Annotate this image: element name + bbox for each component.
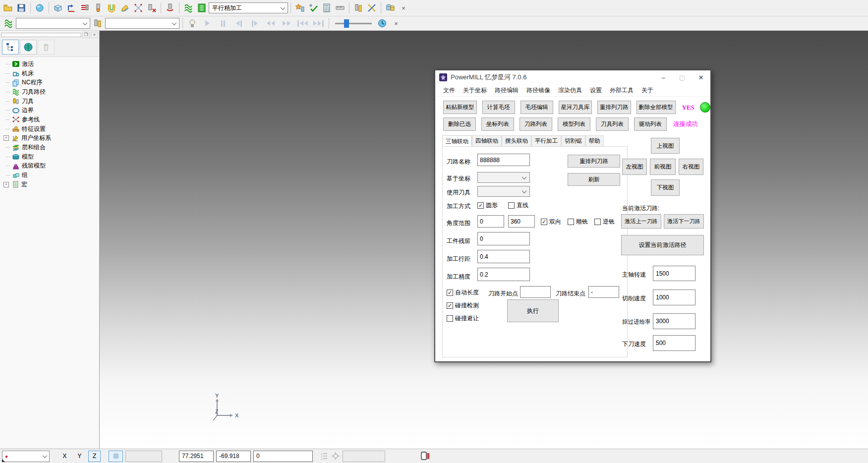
tree-item-toolpaths[interactable]: 刀具路径	[0, 87, 99, 97]
curve-editor-button[interactable]	[118, 1, 131, 14]
close-button[interactable]: ✕	[692, 70, 710, 84]
stock-allowance-input[interactable]	[477, 232, 530, 245]
slider-handle-icon[interactable]	[344, 19, 349, 28]
tree-item-macros[interactable]: +宏	[0, 180, 99, 189]
block-button[interactable]	[52, 1, 64, 14]
sim-toolpath-button[interactable]	[2, 17, 15, 30]
coord-list-button[interactable]: 坐标列表	[481, 117, 514, 131]
tolerance-input[interactable]	[477, 268, 530, 281]
delete-tool-button[interactable]	[145, 1, 158, 14]
start-point-input[interactable]	[520, 286, 551, 298]
conventional-mill-checkbox[interactable]: 逆铣	[594, 218, 615, 226]
strategy-combobox[interactable]: 平行精加工	[209, 2, 288, 13]
climb-mill-checkbox[interactable]: 顺铣	[568, 218, 588, 226]
compute-stock-button[interactable]: 计算毛坯	[482, 101, 515, 114]
sim-fast-forward-button[interactable]	[279, 17, 294, 29]
bidirectional-checkbox[interactable]: 双向	[541, 218, 561, 226]
tree-item-groups[interactable]: 组	[0, 171, 99, 180]
execute-button[interactable]: 执行	[507, 299, 559, 322]
refresh-button[interactable]: 刷新	[568, 173, 620, 186]
menu-item-file[interactable]: 文件	[439, 84, 459, 96]
view-top-button[interactable]: 上视图	[651, 138, 680, 154]
tree-item-models[interactable]: 模型	[0, 152, 99, 162]
collision-check-button[interactable]	[105, 1, 118, 14]
tree-item-stock-models[interactable]: 残留模型	[0, 162, 99, 171]
mode-circle-checkbox[interactable]: 圆形	[477, 201, 498, 210]
tool-list-button[interactable]: 刀具列表	[596, 117, 629, 131]
spindle-speed-input[interactable]	[653, 266, 695, 281]
mode-line-checkbox[interactable]: 直线	[508, 201, 528, 210]
tree-item-boundaries[interactable]: 边界	[0, 106, 99, 115]
reorder-toolpaths-button[interactable]: 重排列刀路	[597, 101, 631, 114]
use-tool-select[interactable]	[477, 186, 530, 197]
drive-list-button[interactable]: 驱动列表	[634, 117, 667, 131]
tree-item-activate[interactable]: 激活	[0, 59, 99, 69]
angle-end-input[interactable]	[508, 215, 535, 228]
tree-item-machine-tools[interactable]: 机床	[0, 69, 99, 78]
axis-z-button[interactable]: Z	[88, 451, 101, 462]
shaded-view-button[interactable]	[33, 1, 46, 14]
tool-database-button[interactable]	[352, 1, 365, 14]
tree-item-workplanes[interactable]: +用户坐标系	[0, 134, 99, 143]
tree-item-patterns[interactable]: 参考线	[0, 115, 99, 124]
axis-x-button[interactable]: X	[58, 451, 71, 462]
menu-item-path-edit[interactable]: 路径编辑	[491, 84, 522, 96]
sim-rewind-button[interactable]	[263, 17, 278, 29]
paste-new-model-button[interactable]: 粘贴新模型	[443, 101, 477, 114]
toolpath-list-button[interactable]: 刀路列表	[520, 117, 552, 131]
sim-step-back-button[interactable]	[231, 17, 246, 29]
tab-4axis[interactable]: 四轴联动	[472, 135, 502, 146]
activate-prev-toolpath-button[interactable]: 激活上一刀路	[621, 214, 661, 229]
view-left-button[interactable]: 左视图	[622, 159, 647, 175]
tree-item-tools[interactable]: 刀具	[0, 97, 99, 106]
tab-3axis[interactable]: 三轴联动	[442, 135, 472, 147]
model-list-button[interactable]: 模型列表	[558, 117, 590, 131]
toolpath-name-input[interactable]	[477, 154, 530, 166]
sim-speed-slider[interactable]	[335, 23, 372, 24]
calculator-button[interactable]	[320, 1, 333, 14]
tree-item-nc-programs[interactable]: NC程序	[0, 78, 99, 87]
stock-model-button[interactable]	[384, 1, 397, 14]
activate-next-toolpath-button[interactable]: 激活下一刀路	[664, 214, 704, 229]
rapid-moves-button[interactable]	[65, 1, 78, 14]
tree-item-levels-sets[interactable]: 层和组合	[0, 143, 99, 152]
tab-swivel-head[interactable]: 摆头联动	[502, 135, 531, 146]
tab-cutting-saw[interactable]: 切割锯	[561, 135, 585, 146]
menu-item-settings[interactable]: 设置	[586, 84, 606, 96]
strategy-list-button[interactable]	[195, 1, 208, 14]
toolpath-verify-button[interactable]	[293, 1, 306, 14]
reorder-toolpaths-button-2[interactable]: 重排列刀路	[568, 155, 620, 168]
tab-explorer-web[interactable]	[20, 40, 37, 55]
auto-length-checkbox[interactable]: 自动长度	[447, 289, 479, 297]
grid-toggle-button[interactable]	[109, 451, 123, 462]
panel-close-button[interactable]: ×	[91, 32, 98, 38]
sim-speed-button[interactable]	[376, 17, 389, 30]
menu-item-external-tools[interactable]: 外部工具	[606, 84, 637, 96]
stock-edit-button[interactable]: 毛坯编辑	[521, 101, 553, 114]
view-right-button[interactable]: 右视图	[679, 159, 703, 175]
sim-go-start-button[interactable]	[295, 17, 310, 29]
close-sim-toolbar-button[interactable]: ×	[390, 17, 403, 30]
sim-play-button[interactable]	[200, 17, 215, 29]
based-coord-select[interactable]	[477, 172, 530, 183]
close-main-toolbar-button[interactable]: ×	[397, 1, 410, 14]
measure-button[interactable]	[334, 1, 347, 14]
xinghe-tool-library-button[interactable]: 星河刀具库	[559, 101, 592, 114]
expand-plus-icon[interactable]: +	[3, 135, 9, 141]
panel-float-button[interactable]: ❐	[82, 32, 90, 38]
view-bottom-button[interactable]: 下视图	[651, 179, 680, 196]
delete-all-models-button[interactable]: 删除全部模型	[637, 101, 676, 114]
sim-toolpath-combobox[interactable]	[16, 18, 90, 29]
feeds-speeds-button[interactable]	[78, 1, 91, 14]
save-project-button[interactable]	[15, 1, 28, 14]
skim-feed-input[interactable]	[653, 313, 695, 329]
sim-light-button[interactable]	[186, 17, 199, 30]
maximize-button[interactable]: ▢	[673, 70, 692, 84]
menu-item-about-coords[interactable]: 关于坐标	[459, 84, 491, 96]
locate-target-icon[interactable]	[331, 452, 340, 461]
cutting-speed-input[interactable]	[653, 289, 695, 305]
sim-pause-button[interactable]	[216, 17, 231, 29]
view-front-button[interactable]: 前视图	[650, 159, 676, 175]
dialog-titlebar[interactable]: PowerMILL 忆梦星河 7.0.6 – ▢ ✕	[435, 70, 710, 84]
tab-explorer-recycle[interactable]	[38, 40, 55, 55]
